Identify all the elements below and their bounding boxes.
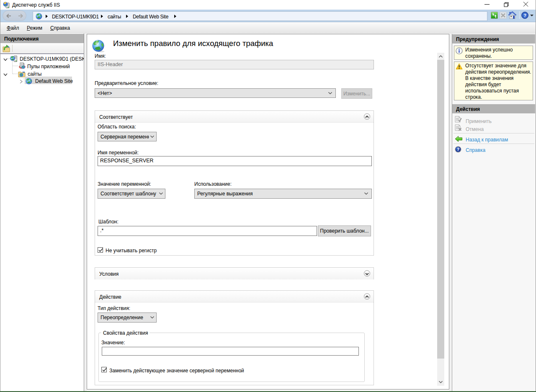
svg-text:?: ? [457, 147, 459, 152]
svg-text:?: ? [523, 13, 526, 18]
